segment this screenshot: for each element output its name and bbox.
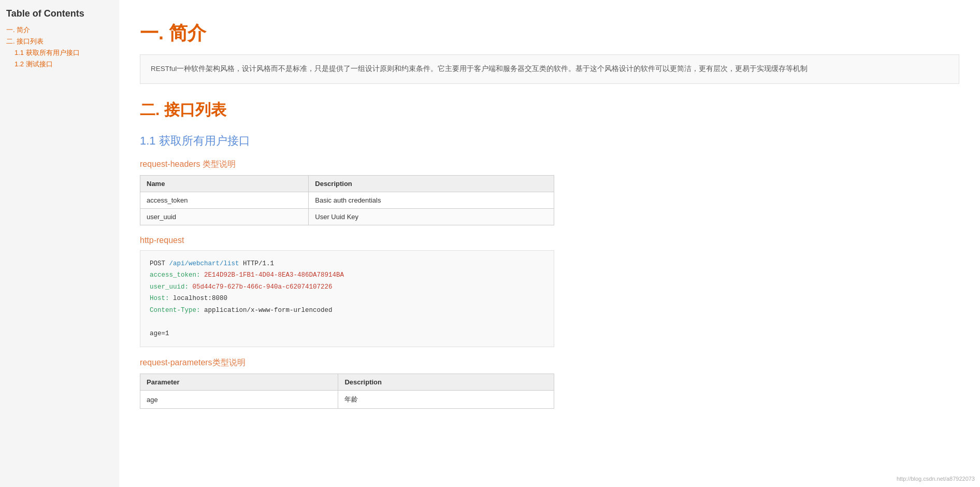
code-part: HTTP/1.1: [239, 260, 275, 267]
request-parameters-label: request-parameters类型说明: [140, 357, 959, 368]
section-intro: 一. 简介 RESTful一种软件架构风格，设计风格而不是标准，只是提供了一组设…: [140, 21, 959, 84]
toc-item-2-2[interactable]: 1.2 测试接口: [15, 60, 108, 69]
http-request-code: POST /api/webchart/list HTTP/1.1access_t…: [140, 250, 554, 348]
code-part: POST: [150, 260, 169, 267]
code-line: [150, 316, 544, 328]
params-table-body: age年龄: [140, 391, 554, 409]
table-cell: Basic auth credentials: [309, 192, 554, 208]
code-part: age=1: [150, 330, 169, 337]
code-line: Host: localhost:8080: [150, 293, 544, 305]
code-line: age=1: [150, 328, 544, 340]
watermark: http://blog.csdn.net/a87922073: [897, 476, 975, 482]
http-request-label: http-request: [140, 236, 959, 245]
code-part: application/x-www-form-urlencoded: [204, 307, 333, 314]
headers-col-name: Name: [140, 175, 309, 192]
toc-item-1[interactable]: 一. 简介: [6, 25, 108, 35]
headers-table-header-row: Name Description: [140, 175, 554, 192]
code-part: 05d44c79-627b-466c-940a-c62074107226: [193, 283, 333, 291]
code-part: access_token:: [150, 271, 204, 279]
code-line: Content-Type: application/x-www-form-url…: [150, 305, 544, 317]
params-col-name: Parameter: [140, 374, 338, 391]
request-headers-table: Name Description access_tokenBasic auth …: [140, 175, 554, 225]
table-cell: user_uuid: [140, 208, 309, 225]
table-cell: age: [140, 391, 338, 409]
table-row: user_uuidUser Uuid Key: [140, 208, 554, 225]
table-row: age年龄: [140, 391, 554, 409]
code-part: user_uuid:: [150, 283, 193, 291]
section-get-users: 1.1 获取所有用户接口 request-headers 类型说明 Name D…: [140, 133, 959, 409]
toc-link-2[interactable]: 二. 接口列表: [6, 37, 44, 45]
code-part: Host:: [150, 295, 173, 302]
toc-title: Table of Contents: [6, 8, 108, 19]
toc-item-2-1[interactable]: 1.1 获取所有用户接口: [15, 48, 108, 58]
section-2-heading: 二. 接口列表: [140, 99, 959, 121]
toc-item-2[interactable]: 二. 接口列表: [6, 37, 108, 46]
request-headers-label: request-headers 类型说明: [140, 159, 959, 170]
sidebar: Table of Contents 一. 简介 二. 接口列表 1.1 获取所有…: [0, 0, 114, 487]
headers-table-body: access_tokenBasic auth credentialsuser_u…: [140, 192, 554, 225]
section-1-description: RESTful一种软件架构风格，设计风格而不是标准，只是提供了一组设计原则和约束…: [140, 54, 959, 84]
request-params-table: Parameter Description age年龄: [140, 374, 554, 409]
section-1-heading: 一. 简介: [140, 21, 959, 46]
table-cell: access_token: [140, 192, 309, 208]
toc-link-2-2[interactable]: 1.2 测试接口: [15, 60, 53, 68]
params-table-header-row: Parameter Description: [140, 374, 554, 391]
code-part: Content-Type:: [150, 307, 204, 314]
code-line: access_token: 2E14D92B-1FB1-4D04-8EA3-48…: [150, 269, 544, 281]
section-api-list: 二. 接口列表: [140, 99, 959, 121]
table-cell: 年龄: [338, 391, 554, 409]
headers-col-desc: Description: [309, 175, 554, 192]
code-part: /api/webchart/list: [169, 260, 239, 267]
table-cell: User Uuid Key: [309, 208, 554, 225]
params-col-desc: Description: [338, 374, 554, 391]
code-line: user_uuid: 05d44c79-627b-466c-940a-c6207…: [150, 281, 544, 293]
main-content: 一. 简介 RESTful一种软件架构风格，设计风格而不是标准，只是提供了一组设…: [119, 0, 980, 487]
code-line: POST /api/webchart/list HTTP/1.1: [150, 258, 544, 270]
code-part: localhost:8080: [173, 295, 227, 302]
section-2-1-heading: 1.1 获取所有用户接口: [140, 133, 959, 149]
toc-link-1[interactable]: 一. 简介: [6, 26, 30, 34]
code-part: 2E14D92B-1FB1-4D04-8EA3-486DA78914BA: [204, 271, 344, 279]
toc-link-2-1[interactable]: 1.1 获取所有用户接口: [15, 49, 80, 56]
table-row: access_tokenBasic auth credentials: [140, 192, 554, 208]
